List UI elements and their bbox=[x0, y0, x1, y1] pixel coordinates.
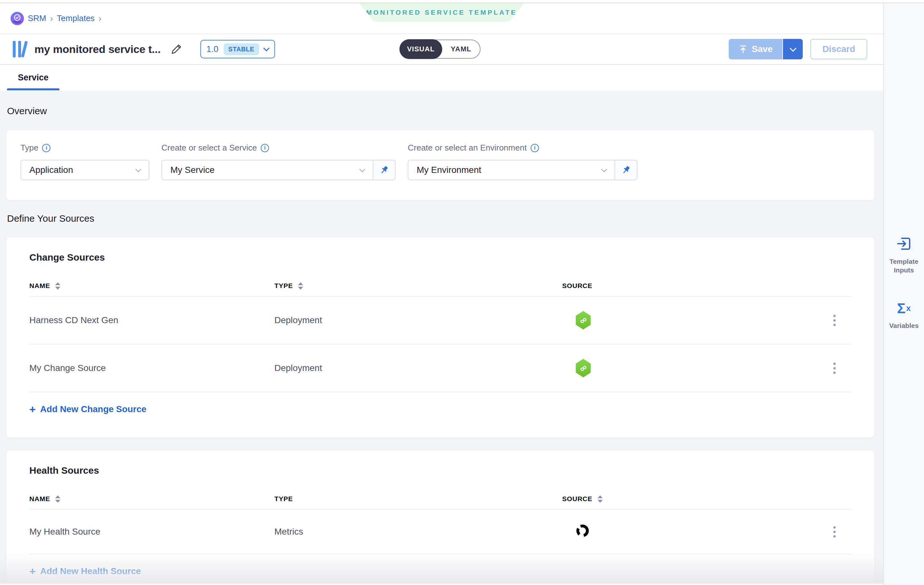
infinity-glyph: ∞ bbox=[577, 362, 589, 374]
column-header-source[interactable]: SOURCE bbox=[562, 495, 825, 503]
chevron-down-icon bbox=[359, 166, 365, 172]
row-name: Harness CD Next Gen bbox=[29, 315, 274, 325]
add-new-change-source-button[interactable]: + Add New Change Source bbox=[29, 404, 147, 415]
version-selector[interactable]: 1.0 STABLE bbox=[200, 40, 275, 58]
toggle-yaml[interactable]: YAML bbox=[442, 40, 480, 58]
health-sources-title: Health Sources bbox=[29, 465, 851, 476]
table-row[interactable]: My Health Source Metrics bbox=[29, 509, 851, 554]
monitored-service-template-badge: MONITORED SERVICE TEMPLATE bbox=[359, 3, 524, 22]
kebab-menu-button[interactable] bbox=[830, 359, 839, 377]
info-icon[interactable]: i bbox=[531, 144, 539, 152]
sort-icon bbox=[55, 282, 60, 290]
environment-label-text: Create or select an Environment bbox=[408, 143, 527, 153]
column-header-type[interactable]: TYPE bbox=[274, 495, 562, 503]
row-name: My Change Source bbox=[29, 363, 274, 373]
add-change-source-label: Add New Change Source bbox=[40, 404, 147, 414]
harness-cd-icon: ∞ bbox=[575, 359, 592, 377]
service-field: Create or select a Service i My Service bbox=[162, 143, 396, 200]
edit-title-button[interactable] bbox=[170, 43, 183, 55]
srm-module-icon bbox=[10, 12, 24, 25]
type-field: Type i Application bbox=[20, 143, 149, 200]
template-library-icon bbox=[12, 40, 29, 59]
type-label: Type i bbox=[20, 143, 149, 153]
add-health-source-row: + Add New Health Source bbox=[29, 554, 851, 577]
column-name-label: NAME bbox=[29, 282, 50, 290]
row-source bbox=[562, 523, 825, 541]
row-actions bbox=[825, 311, 851, 329]
template-studio-side-panel: Template Inputs Σ x Variables bbox=[883, 3, 924, 585]
table-row[interactable]: My Change Source Deployment ∞ bbox=[29, 344, 851, 392]
row-source: ∞ bbox=[562, 311, 825, 330]
row-actions bbox=[825, 359, 851, 377]
template-inputs-icon bbox=[896, 236, 912, 251]
add-health-source-label: Add New Health Source bbox=[40, 566, 141, 577]
sort-icon bbox=[298, 282, 303, 290]
save-split-button: Save bbox=[729, 39, 803, 59]
sort-icon bbox=[55, 495, 60, 503]
table-row[interactable]: Harness CD Next Gen Deployment ∞ bbox=[29, 296, 851, 344]
tab-bar: Service bbox=[0, 65, 883, 90]
info-icon[interactable]: i bbox=[42, 144, 50, 152]
appdynamics-icon bbox=[575, 523, 590, 539]
service-select[interactable]: My Service bbox=[162, 160, 373, 180]
version-number: 1.0 bbox=[206, 44, 219, 54]
sigma-glyph: Σ bbox=[897, 302, 906, 315]
template-header: my monitored service t... 1.0 STABLE VIS… bbox=[0, 34, 883, 65]
pin-icon bbox=[621, 165, 631, 175]
column-header-type[interactable]: TYPE bbox=[274, 282, 562, 290]
breadcrumb-templates-link[interactable]: Templates bbox=[57, 13, 95, 23]
row-type: Deployment bbox=[274, 315, 562, 325]
toggle-visual[interactable]: VISUAL bbox=[399, 39, 442, 59]
pin-icon bbox=[379, 165, 389, 175]
column-header-name[interactable]: NAME bbox=[29, 282, 274, 290]
change-sources-table-header: NAME TYPE SOURCE bbox=[29, 275, 851, 296]
page-title: my monitored service t... bbox=[35, 43, 161, 56]
badge-label: MONITORED SERVICE TEMPLATE bbox=[366, 8, 517, 16]
add-new-health-source-button[interactable]: + Add New Health Source bbox=[29, 566, 141, 577]
chevron-down-icon bbox=[601, 166, 607, 172]
environment-value: My Environment bbox=[417, 165, 481, 175]
template-inputs-button[interactable]: Template Inputs bbox=[884, 236, 924, 274]
environment-select[interactable]: My Environment bbox=[408, 160, 615, 180]
type-label-text: Type bbox=[20, 143, 38, 153]
overview-heading: Overview bbox=[7, 90, 883, 117]
kebab-menu-button[interactable] bbox=[830, 311, 839, 329]
discard-button[interactable]: Discard bbox=[810, 39, 867, 59]
plus-icon: + bbox=[29, 404, 36, 415]
save-options-button[interactable] bbox=[783, 39, 803, 59]
environment-field: Create or select an Environment i My Env… bbox=[408, 143, 637, 200]
overview-card: Type i Application Create or select a Se… bbox=[7, 130, 874, 200]
row-type: Metrics bbox=[274, 527, 562, 537]
type-select[interactable]: Application bbox=[20, 160, 149, 180]
type-value: Application bbox=[29, 165, 73, 175]
version-status-badge: STABLE bbox=[224, 43, 259, 55]
pin-service-button[interactable] bbox=[373, 160, 396, 180]
pin-environment-button[interactable] bbox=[615, 160, 637, 180]
kebab-menu-button[interactable] bbox=[830, 523, 839, 541]
column-type-label: TYPE bbox=[274, 495, 293, 503]
breadcrumb-srm-link[interactable]: SRM bbox=[28, 13, 46, 23]
column-type-label: TYPE bbox=[274, 282, 293, 290]
service-value: My Service bbox=[170, 165, 214, 175]
variables-label: Variables bbox=[889, 321, 919, 330]
plus-icon: + bbox=[29, 566, 36, 577]
column-header-name[interactable]: NAME bbox=[29, 495, 274, 503]
info-icon[interactable]: i bbox=[261, 144, 269, 152]
health-sources-table-header: NAME TYPE SOURCE bbox=[29, 489, 851, 509]
column-source-label: SOURCE bbox=[562, 282, 592, 290]
column-header-source[interactable]: SOURCE bbox=[562, 282, 825, 290]
service-label: Create or select a Service i bbox=[162, 143, 396, 153]
content-area: Overview Type i Application Create or se… bbox=[0, 90, 883, 584]
main-area: MONITORED SERVICE TEMPLATE SRM › Templat… bbox=[0, 3, 883, 585]
save-button[interactable]: Save bbox=[729, 39, 783, 59]
harness-cd-icon: ∞ bbox=[575, 311, 592, 330]
row-source: ∞ bbox=[562, 359, 825, 377]
variables-button[interactable]: Σ x Variables bbox=[884, 302, 924, 330]
health-sources-card: Health Sources NAME TYPE SOURCE My Healt… bbox=[7, 450, 874, 584]
upload-icon bbox=[738, 44, 748, 54]
sigma-x-icon: Σ x bbox=[897, 302, 911, 315]
column-source-label: SOURCE bbox=[562, 495, 592, 503]
pencil-icon bbox=[170, 43, 183, 55]
tab-service[interactable]: Service bbox=[7, 65, 59, 90]
sigma-x-glyph: x bbox=[906, 303, 911, 313]
